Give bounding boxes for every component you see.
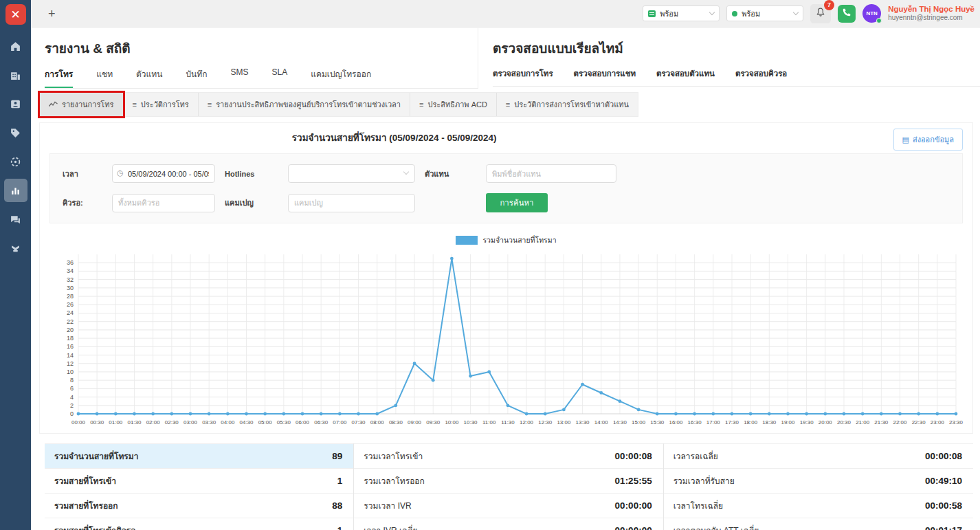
export-data-button[interactable]: ▤ ส่งออกข้อมูล xyxy=(893,129,963,151)
export-label: ส่งออกข้อมูล xyxy=(913,133,954,146)
search-button[interactable]: การค้นหา xyxy=(486,193,548,212)
stat-value: 00:00:00 xyxy=(615,525,652,530)
tab-sla[interactable]: SLA xyxy=(271,67,287,88)
queue-input[interactable] xyxy=(112,194,215,212)
tab-monitor-chat[interactable]: ตรวจสอบการแชท xyxy=(574,67,636,86)
list-icon: ≡ xyxy=(506,101,510,109)
user-meta[interactable]: Nguyễn Thị Ngọc Huyề huyenntn@stringee.c… xyxy=(888,5,975,22)
time-range-input[interactable] xyxy=(112,164,215,183)
svg-text:05:30: 05:30 xyxy=(277,419,291,426)
tab-monitor-calls[interactable]: ตรวจสอบการโทร xyxy=(493,67,553,86)
svg-text:18:00: 18:00 xyxy=(744,419,758,426)
stat-row[interactable]: รวมสายที่โทรเข้าคิวรอ 1 xyxy=(45,518,353,530)
svg-text:06:00: 06:00 xyxy=(296,419,310,426)
subtab-call-history[interactable]: ≡ ประวัติการโทร xyxy=(123,93,198,116)
stat-row[interactable]: เวลาตอบกลับ ATT เฉลี่ย 00:01:17 xyxy=(664,518,973,530)
stat-row[interactable]: รวมเวลาที่รับสาย 00:49:10 xyxy=(664,468,973,493)
campaign-input[interactable] xyxy=(288,194,415,212)
chat-status-dropdown[interactable]: พร้อม xyxy=(643,5,720,21)
tab-monitor-queue[interactable]: ตรวจสอบคิวรอ xyxy=(735,67,787,86)
stat-label: รวมสายที่โทรออก xyxy=(54,499,118,512)
svg-text:2: 2 xyxy=(70,402,74,409)
summary-stats: รวมจำนวนสายที่โทรมา 89 รวมสายที่โทรเข้า … xyxy=(45,443,973,530)
subtab-inbound-performance-by-time[interactable]: ≡ รายงานประสิทธิภาพของศูนย์บริการโทรเข้า… xyxy=(199,93,410,116)
stat-row[interactable]: รวมเวลาโทรออก 01:25:55 xyxy=(354,468,662,493)
stat-row[interactable]: เวลาโทรเฉลี่ย 00:00:58 xyxy=(664,493,973,518)
stat-row[interactable]: รวมจำนวนสายที่โทรมา 89 xyxy=(45,443,353,468)
stat-row[interactable]: รวมสายที่โทรออก 88 xyxy=(45,493,353,518)
stat-row[interactable]: เวลารอเฉลี่ย 00:00:08 xyxy=(664,443,973,468)
svg-text:16:00: 16:00 xyxy=(669,419,683,426)
stat-row[interactable]: รวมเวลา IVR 00:00:00 xyxy=(354,493,662,518)
tab-outbound-campaign[interactable]: แคมเปญโทรออก xyxy=(311,67,371,88)
realtime-title: ตรวจสอบแบบเรียลไทม์ xyxy=(493,38,980,58)
subtab-agent-call-routing-history[interactable]: ≡ ประวัติการส่งการโทรเข้าหาตัวแทน xyxy=(497,93,638,116)
stat-value: 00:00:08 xyxy=(615,451,652,461)
svg-text:11:00: 11:00 xyxy=(482,419,496,426)
tab-chat[interactable]: แชท xyxy=(96,67,113,88)
svg-text:4: 4 xyxy=(70,394,74,401)
sidebar-item-reports[interactable] xyxy=(4,179,27,202)
sidebar-item-contacts[interactable] xyxy=(4,92,27,115)
tab-records[interactable]: บันทึก xyxy=(186,67,207,88)
realtime-header: ตรวจสอบแบบเรียลไทม์ ตรวจสอบการโทร ตรวจสอ… xyxy=(478,28,980,89)
sidebar-item-tickets[interactable] xyxy=(4,150,27,173)
stat-label: รวมสายที่โทรเข้า xyxy=(54,474,116,487)
avatar[interactable]: NTN xyxy=(862,4,881,23)
avatar-initials: NTN xyxy=(866,10,877,16)
list-icon: ≡ xyxy=(132,101,136,109)
svg-text:11:30: 11:30 xyxy=(501,419,515,426)
svg-text:01:00: 01:00 xyxy=(109,419,123,426)
new-tab-button[interactable]: + xyxy=(48,8,56,20)
svg-text:09:00: 09:00 xyxy=(408,419,422,426)
calls-chart-svg: 02468101214161820222426283032343600:0000… xyxy=(49,247,963,429)
calls-line-chart[interactable]: 02468101214161820222426283032343600:0000… xyxy=(49,247,963,429)
subtab-label: รายงานการโทร xyxy=(62,98,113,111)
svg-text:20:30: 20:30 xyxy=(837,419,851,426)
tab-calls[interactable]: การโทร xyxy=(45,67,73,88)
tab-agents[interactable]: ตัวแทน xyxy=(136,67,162,88)
app-logo-x-icon[interactable]: ✕ xyxy=(5,4,26,25)
svg-text:00:00: 00:00 xyxy=(71,419,86,426)
chat-status-icon xyxy=(648,10,656,17)
svg-text:07:00: 07:00 xyxy=(333,419,347,426)
sidebar-item-home[interactable] xyxy=(4,34,27,58)
svg-text:19:30: 19:30 xyxy=(800,419,814,426)
stat-value: 00:00:58 xyxy=(925,500,962,511)
stat-row[interactable]: รวมเวลาโทรเข้า 00:00:08 xyxy=(354,443,662,468)
bot-icon xyxy=(10,243,21,254)
sidebar-item-bot[interactable] xyxy=(4,236,27,260)
reports-header: รายงาน & สถิติ การโทร แชท ตัวแทน บันทึก … xyxy=(31,28,478,89)
svg-text:02:00: 02:00 xyxy=(146,419,161,426)
svg-text:12: 12 xyxy=(67,360,74,367)
stats-column-calls: รวมจำนวนสายที่โทรมา 89 รวมสายที่โทรเข้า … xyxy=(45,443,354,530)
agent-input[interactable] xyxy=(486,164,616,183)
svg-text:22:30: 22:30 xyxy=(912,419,926,426)
chart-title: รวมจำนวนสายที่โทรมา (05/09/2024 - 05/09/… xyxy=(40,130,748,145)
hotlines-select[interactable] xyxy=(288,164,415,183)
subtab-acd-performance[interactable]: ≡ ประสิทธิภาพ ACD xyxy=(410,93,497,116)
user-email: huyenntn@stringee.com xyxy=(888,14,975,22)
realtime-tabs: ตรวจสอบการโทร ตรวจสอบการแชท ตรวจสอบตัวแท… xyxy=(493,67,980,87)
svg-text:03:30: 03:30 xyxy=(202,419,216,426)
subtab-label: ประวัติการโทร xyxy=(141,98,189,111)
sidebar-item-company[interactable] xyxy=(4,63,27,87)
stat-row[interactable]: รวมสายที่โทรเข้า 1 xyxy=(45,468,353,493)
subtab-call-report[interactable]: รายงานการโทร xyxy=(40,93,123,116)
svg-text:08:30: 08:30 xyxy=(389,419,403,426)
svg-text:14:30: 14:30 xyxy=(613,419,627,426)
notifications-button[interactable]: 7 xyxy=(810,4,831,23)
call-status-dropdown[interactable]: พร้อม xyxy=(726,5,803,21)
call-button[interactable] xyxy=(838,5,856,23)
svg-text:04:30: 04:30 xyxy=(240,419,254,426)
stat-value: 1 xyxy=(337,525,343,530)
svg-text:02:30: 02:30 xyxy=(165,419,179,426)
stat-row[interactable]: เวลา IVR เฉลี่ย 00:00:00 xyxy=(354,518,662,530)
ticket-icon xyxy=(10,156,21,168)
tab-sms[interactable]: SMS xyxy=(230,67,248,88)
stat-value: 1 xyxy=(337,476,343,486)
subtab-label: รายงานประสิทธิภาพของศูนย์บริการโทรเข้าตา… xyxy=(216,98,401,111)
sidebar-item-chat[interactable] xyxy=(4,208,27,231)
sidebar-item-tags[interactable] xyxy=(4,121,27,144)
tab-monitor-agents[interactable]: ตรวจสอบตัวแทน xyxy=(656,67,715,86)
